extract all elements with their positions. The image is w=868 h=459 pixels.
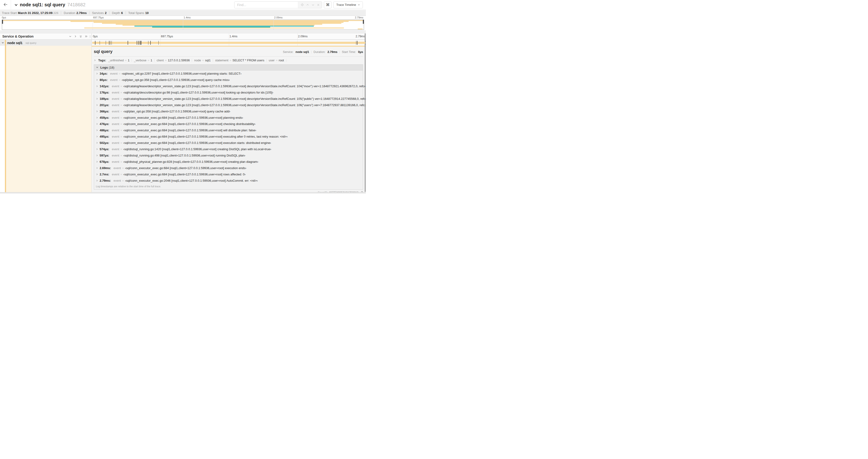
equals-sign: = [122,179,124,183]
span-row-timeline[interactable] [92,40,366,46]
tags-row[interactable]: Tags: _unfinished = 1 _verbose [94,59,363,62]
expand-all-icon[interactable] [85,35,88,38]
expand-one-icon[interactable] [74,35,77,38]
span-duration-bar[interactable] [92,42,365,44]
log-entry[interactable]: 189μs: event = ‹sql/catalog/lease/descri… [94,96,363,102]
log-field-key: event [112,103,119,107]
horizontal-scrollbar-track[interactable] [0,192,366,194]
log-timestamp: 2.69ms: [100,166,111,170]
log-marker-tick[interactable] [95,41,95,45]
log-marker-tick[interactable] [137,41,137,45]
log-field-key: event [112,110,119,113]
chevron-right-icon [96,154,98,157]
find-tools [298,2,322,8]
log-field-value: ‹sql/conn_executor_exec.go:684 [nsql1,cl… [123,173,246,176]
log-marker-tick[interactable] [112,41,112,45]
back-button[interactable] [0,0,11,9]
span-row[interactable]: node sql1 sql query [0,40,366,46]
log-marker-tick[interactable] [128,41,128,45]
log-timestamp: 189μs: [100,97,109,101]
start-time-label: Start Time: [342,51,356,54]
trace-start-label: Trace Start [2,11,17,15]
equals-sign: = [119,78,121,81]
vertical-scrollbar[interactable] [365,33,366,192]
trace-timeline-page: node sql1: sql query 7418682 [0,0,366,194]
collapse-one-icon[interactable] [69,35,72,38]
next-match-icon[interactable] [311,3,314,6]
logs-title: Logs (18) [100,66,114,69]
viewport-right-handle[interactable] [363,20,364,24]
chevron-right-icon [96,173,98,176]
duration-value: 2.79ms [76,11,87,15]
log-entry[interactable]: 459μs: event = ‹sql/conn_executor_exec.g… [94,114,363,121]
log-entry[interactable]: 574μs: event = ‹sql/distsql_running.go:1… [94,146,363,152]
log-entry[interactable]: 2.79ms: event = ‹sql/conn_executor_exec.… [94,177,363,184]
trace-start-fraction: .326 [53,11,58,15]
find-box [234,1,322,8]
log-entry[interactable]: 486μs: event = ‹sql/conn_executor_exec.g… [94,127,363,133]
log-entry[interactable]: 366μs: event = ‹sql/plan_opt.go:358 [nsq… [94,108,363,114]
equals-sign: = [148,59,150,62]
log-field-value: ‹sql/conn_executor_exec.go:684 [nsql1,cl… [125,166,246,170]
log-entry[interactable]: 80μs: event = ‹sql/plan_opt.go:358 [nsql… [94,77,363,83]
collapse-all-icon[interactable] [79,35,82,38]
log-entry[interactable]: 2.69ms: event = ‹sql/conn_executor_exec.… [94,165,363,171]
prev-match-icon[interactable] [306,3,309,6]
log-entry[interactable]: 597μs: event = ‹sql/distsql_running.go:4… [94,152,363,159]
log-field-key: event [112,154,119,157]
log-field-value: ‹sql/distsql_running.go:498 [nsql1,clien… [123,154,245,157]
log-marker-tick[interactable] [141,41,142,45]
panel-gap-strip [0,30,366,33]
span-row-name-cell[interactable]: node sql1 sql query [0,40,92,46]
viewport-left-handle[interactable] [2,20,3,24]
clear-search-icon[interactable] [317,3,320,6]
log-entry[interactable]: 34μs: event = ‹sql/exec_util.go:2297 [ns… [94,70,363,77]
log-marker-tick[interactable] [111,41,111,45]
log-entry[interactable]: 201μs: event = ‹sql/catalog/lease/descri… [94,102,363,108]
chevron-right-icon [96,129,98,132]
log-marker-tick[interactable] [100,41,100,45]
log-entry[interactable]: 142μs: event = ‹sql/catalog/lease/descri… [94,83,363,89]
log-marker-tick[interactable] [106,41,106,45]
locate-match-icon[interactable] [301,3,304,6]
equals-sign: = [120,135,122,138]
span-expanded-chevron-icon[interactable] [1,41,4,44]
log-marker-tick[interactable] [109,41,110,45]
log-entry[interactable]: 476μs: event = ‹sql/conn_executor_exec.g… [94,121,363,127]
chevron-right-icon [96,167,98,169]
column-resize-grip[interactable] [90,35,91,38]
find-input[interactable] [235,2,298,8]
log-marker-tick[interactable] [357,41,358,45]
log-marker-tick[interactable] [138,41,139,45]
log-marker-tick[interactable] [140,41,141,45]
collapse-header-chevron-icon[interactable] [14,3,18,6]
duration-label: Duration: [314,51,326,54]
chevron-right-icon [96,148,98,151]
timeline-tick-label: 1.4ms [229,35,238,38]
trace-minimap[interactable] [2,20,364,30]
log-entry[interactable]: 502μs: event = ‹sql/conn_executor_exec.g… [94,140,363,146]
columns-header: Service & Operation 0μs697.75μs1.4ms2.09… [0,33,366,40]
log-marker-tick[interactable] [158,41,159,45]
log-marker-tick[interactable] [356,41,356,45]
span-operation-name: sql query [25,41,36,44]
log-entry[interactable]: 678μs: event = ‹sql/distsql_physical_pla… [94,159,363,165]
log-entry[interactable]: 2.7ms: event = ‹sql/conn_executor_exec.g… [94,171,363,177]
log-entry[interactable]: 495μs: event = ‹sql/conn_executor_exec.g… [94,133,363,140]
log-timestamp: 366μs: [100,110,109,113]
equals-sign: = [120,129,122,132]
log-marker-tick[interactable] [148,41,149,45]
keyboard-shortcuts-button[interactable]: ⌘ [324,1,332,8]
log-marker-tick[interactable] [150,41,151,45]
log-marker-tick[interactable] [140,41,140,45]
log-marker-tick[interactable] [365,41,366,45]
logs-header[interactable]: Logs (18) [94,65,363,70]
log-field-value: ‹sql/catalog/lease/descriptor_version_st… [123,85,366,88]
log-timestamp: 459μs: [100,116,109,120]
tag-key: _verbose [134,59,146,62]
equals-sign: = [125,59,127,62]
chevron-right-icon [96,110,98,113]
log-field-key: event [114,179,121,183]
log-entry[interactable]: 176μs: event = ‹sql/catalog/descs/descri… [94,89,363,96]
view-selector-button[interactable]: Trace Timeline [334,1,363,8]
